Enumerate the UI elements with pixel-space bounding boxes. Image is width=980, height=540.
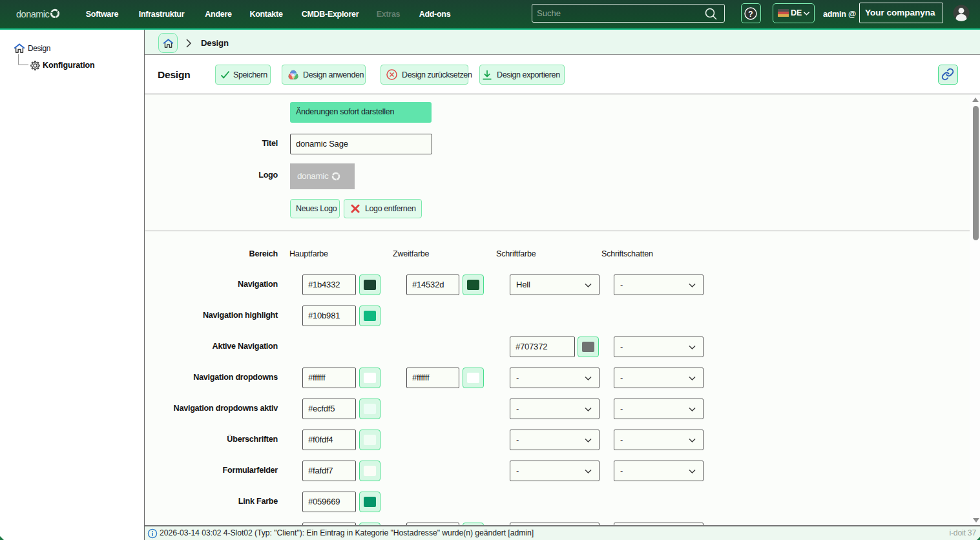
svg-text:?: ? [748, 10, 753, 19]
